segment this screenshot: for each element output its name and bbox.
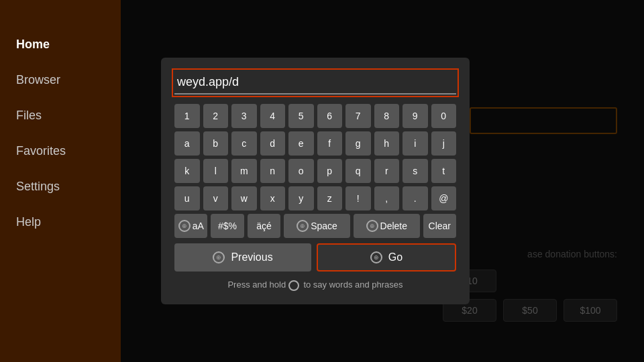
sidebar-item-browser[interactable]: Browser <box>0 62 121 98</box>
action-row: ⊕ Previous ⊕ Go <box>174 243 456 272</box>
voice-circle-icon <box>288 280 299 291</box>
go-button[interactable]: ⊕ Go <box>317 243 456 272</box>
key-q[interactable]: q <box>345 159 371 183</box>
key-f[interactable]: f <box>317 131 343 156</box>
key-symbols[interactable]: #$% <box>211 214 244 238</box>
key-g[interactable]: g <box>345 131 371 156</box>
key-o[interactable]: o <box>288 159 314 183</box>
key-clear[interactable]: Clear <box>423 214 456 238</box>
key-a[interactable]: a <box>174 131 200 156</box>
keyboard-rows: 1 2 3 4 5 6 7 8 9 0 a b c d e f g h <box>174 104 456 238</box>
previous-button[interactable]: ⊕ Previous <box>174 243 311 272</box>
key-l[interactable]: l <box>203 159 229 183</box>
key-exclaim[interactable]: ! <box>345 186 371 210</box>
key-period[interactable]: . <box>402 186 428 210</box>
go-circle-icon: ⊕ <box>370 251 382 263</box>
key-e[interactable]: e <box>288 131 314 156</box>
keyboard-container: 1 2 3 4 5 6 7 8 9 0 a b c d e f g h <box>161 58 470 304</box>
sidebar-item-home[interactable]: Home <box>0 27 121 62</box>
letter-row-3: u v w x y z ! , . @ <box>174 186 456 210</box>
key-9[interactable]: 9 <box>402 104 428 128</box>
key-delete[interactable]: ⊕Delete <box>354 214 420 238</box>
sidebar-item-settings[interactable]: Settings <box>0 169 121 204</box>
sidebar-item-favorites[interactable]: Favorites <box>0 133 121 169</box>
key-0[interactable]: 0 <box>431 104 457 128</box>
key-x[interactable]: x <box>260 186 286 210</box>
key-m[interactable]: m <box>231 159 257 183</box>
key-k[interactable]: k <box>174 159 200 183</box>
key-z[interactable]: z <box>317 186 343 210</box>
key-2[interactable]: 2 <box>203 104 229 128</box>
key-s[interactable]: s <box>402 159 428 183</box>
key-r[interactable]: r <box>374 159 400 183</box>
voice-hint: Press and hold to say words and phrases <box>174 280 456 291</box>
space-circle-icon: ⊕ <box>297 220 309 232</box>
sidebar-item-help[interactable]: Help <box>0 204 121 240</box>
key-space[interactable]: ⊕Space <box>284 214 350 238</box>
key-b[interactable]: b <box>203 131 229 156</box>
go-label: Go <box>388 251 402 263</box>
url-input[interactable] <box>174 71 456 95</box>
key-4[interactable]: 4 <box>260 104 286 128</box>
key-v[interactable]: v <box>203 186 229 210</box>
key-1[interactable]: 1 <box>174 104 200 128</box>
shift-circle-icon: ⊕ <box>178 220 191 232</box>
previous-circle-icon: ⊕ <box>213 251 225 263</box>
key-3[interactable]: 3 <box>231 104 257 128</box>
key-c[interactable]: c <box>231 131 257 156</box>
sidebar: Home Browser Files Favorites Settings He… <box>0 0 121 362</box>
key-8[interactable]: 8 <box>374 104 400 128</box>
letter-row-1: a b c d e f g h i j <box>174 131 456 156</box>
key-u[interactable]: u <box>174 186 200 210</box>
delete-circle-icon: ⊕ <box>366 220 378 232</box>
key-y[interactable]: y <box>288 186 314 210</box>
key-comma[interactable]: , <box>374 186 400 210</box>
letter-row-2: k l m n o p q r s t <box>174 159 456 183</box>
key-d[interactable]: d <box>260 131 286 156</box>
key-i[interactable]: i <box>402 131 428 156</box>
key-w[interactable]: w <box>231 186 257 210</box>
previous-label: Previous <box>231 251 272 263</box>
key-7[interactable]: 7 <box>345 104 371 128</box>
key-accents[interactable]: äçé <box>248 214 280 238</box>
key-5[interactable]: 5 <box>288 104 314 128</box>
key-at[interactable]: @ <box>431 186 457 210</box>
key-h[interactable]: h <box>374 131 400 156</box>
special-row: ⊕aA #$% äçé ⊕Space ⊕Delete Clear <box>174 214 456 238</box>
key-n[interactable]: n <box>260 159 286 183</box>
keyboard-modal: 1 2 3 4 5 6 7 8 9 0 a b c d e f g h <box>121 0 644 362</box>
sidebar-item-files[interactable]: Files <box>0 98 121 133</box>
key-j[interactable]: j <box>431 131 457 156</box>
key-shift[interactable]: ⊕aA <box>174 214 207 238</box>
key-6[interactable]: 6 <box>317 104 343 128</box>
key-t[interactable]: t <box>431 159 457 183</box>
key-p[interactable]: p <box>317 159 343 183</box>
number-row: 1 2 3 4 5 6 7 8 9 0 <box>174 104 456 128</box>
